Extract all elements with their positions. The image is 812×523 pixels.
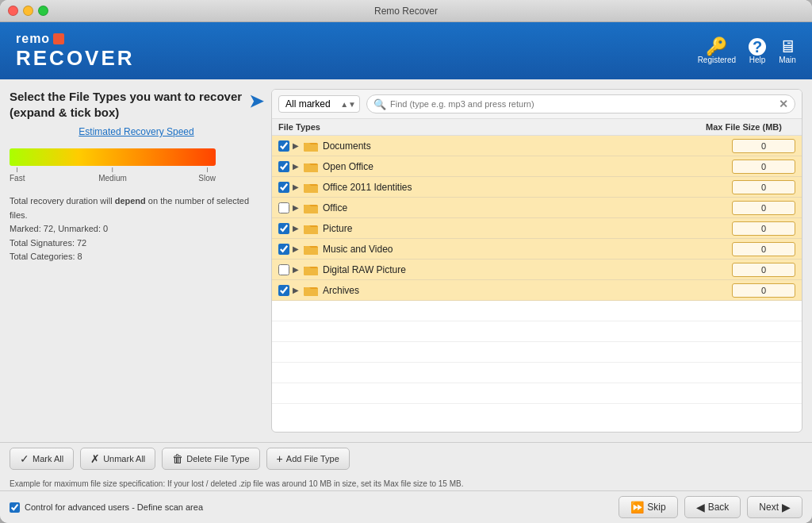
search-input[interactable] [390, 99, 775, 109]
filter-dropdown[interactable]: All marked All None marked [278, 95, 360, 113]
row-name-5: Music and Video [323, 244, 729, 255]
stats-marked: Marked: 72, Unmarked: 0 [10, 222, 263, 237]
footer-bar: Example for maximum file size specificat… [0, 475, 812, 490]
folder-icon-4 [304, 223, 318, 234]
row-name-4: Picture [323, 223, 729, 234]
expand-icon-1[interactable]: ▶ [293, 162, 304, 171]
back-button[interactable]: ◀ Back [684, 496, 741, 518]
row-name-6: Digital RAW Picture [323, 264, 729, 275]
arrow-right-icon: ➤ [249, 90, 263, 113]
expand-icon-3[interactable]: ▶ [293, 203, 304, 212]
col-header-file-types: File Types [278, 122, 692, 132]
stats-categories: Total Categories: 8 [10, 250, 263, 264]
main-label: Main [779, 56, 796, 64]
table-row: ▶ Picture [272, 218, 802, 239]
registered-label: Registered [698, 56, 736, 64]
checkmark-icon: ✓ [20, 452, 29, 465]
skip-icon: ⏩ [630, 501, 644, 513]
header-actions: 🔑 Registered ? Help 🖥 Main [698, 38, 796, 64]
minimize-button[interactable] [23, 6, 33, 16]
control-checkbox[interactable] [10, 502, 20, 513]
stats-area: Total recovery duration will depend on t… [10, 194, 263, 264]
logo-remo: remo [16, 32, 135, 46]
row-size-input-5[interactable] [732, 242, 795, 256]
help-button[interactable]: ? Help [749, 38, 766, 64]
add-file-type-button[interactable]: + Add File Type [266, 448, 350, 470]
main-icon: 🖥 [779, 38, 796, 56]
help-label: Help [749, 56, 766, 64]
stats-signatures: Total Signatures: 72 [10, 237, 263, 251]
row-size-input-2[interactable] [732, 180, 795, 194]
mark-all-button[interactable]: ✓ Mark All [10, 448, 74, 470]
table-row: ▶ Documents [272, 136, 802, 156]
expand-icon-4[interactable]: ▶ [293, 224, 304, 233]
registered-button[interactable]: 🔑 Registered [698, 38, 736, 64]
folder-icon-6 [304, 264, 318, 275]
row-checkbox-6[interactable] [278, 264, 289, 275]
row-size-input-7[interactable] [732, 283, 795, 298]
table-row: ▶ Office [272, 198, 802, 218]
expand-icon-7[interactable]: ▶ [293, 286, 304, 294]
skip-button[interactable]: ⏩ Skip [619, 496, 677, 518]
empty-row [272, 342, 802, 363]
row-size-input-6[interactable] [732, 263, 795, 277]
table-body: ▶ Documents ▶ Open Office ▶ [272, 136, 802, 432]
row-name-2: Office 2011 Identities [323, 182, 729, 193]
row-size-input-3[interactable] [732, 201, 795, 215]
estimated-recovery-speed[interactable]: Estimated Recovery Speed [10, 126, 263, 137]
row-checkbox-5[interactable] [278, 244, 289, 255]
right-panel: All marked All None marked ▲▼ 🔍 ✕ File T… [271, 89, 802, 433]
col-header-max-size: Max File Size (MB) [692, 122, 795, 132]
row-checkbox-7[interactable] [278, 285, 289, 296]
row-checkbox-0[interactable] [278, 140, 289, 152]
window-controls [8, 6, 48, 16]
help-icon: ? [749, 38, 766, 56]
next-icon: ▶ [782, 501, 791, 513]
tick-slow [207, 167, 208, 172]
table-header: File Types Max File Size (MB) [272, 119, 802, 136]
unmark-all-button[interactable]: ✗ Unmark All [80, 448, 155, 470]
skip-label: Skip [647, 502, 665, 513]
logo-recover: RECOVER [16, 46, 135, 71]
maximize-button[interactable] [38, 6, 48, 16]
table-row: ▶ Digital RAW Picture [272, 260, 802, 280]
expand-icon-2[interactable]: ▶ [293, 183, 304, 191]
folder-icon-3 [304, 202, 318, 213]
bottom-buttons: ✓ Mark All ✗ Unmark All 🗑 Delete File Ty… [0, 442, 812, 475]
row-checkbox-1[interactable] [278, 161, 289, 172]
window-title: Remo Recover [8, 6, 804, 17]
unmark-all-label: Unmark All [103, 454, 145, 463]
folder-icon-2 [304, 182, 318, 193]
next-label: Next [759, 502, 779, 513]
close-button[interactable] [8, 6, 18, 16]
tick-medium [112, 167, 113, 172]
expand-icon-6[interactable]: ▶ [293, 265, 304, 274]
cross-icon: ✗ [90, 452, 100, 465]
main-button[interactable]: 🖥 Main [779, 38, 796, 64]
row-checkbox-3[interactable] [278, 202, 289, 213]
row-name-3: Office [323, 202, 729, 213]
back-icon: ◀ [696, 501, 705, 513]
next-button[interactable]: Next ▶ [747, 496, 802, 518]
empty-row [272, 301, 802, 321]
key-icon: 🔑 [706, 38, 727, 56]
label-slow: Slow [198, 174, 216, 183]
expand-icon-0[interactable]: ▶ [293, 141, 304, 150]
stats-line1: Total recovery duration will depend on t… [10, 194, 263, 222]
search-clear-icon[interactable]: ✕ [779, 98, 788, 110]
bottom-bar: Control for advanced users - Define scan… [0, 490, 812, 523]
row-checkbox-4[interactable] [278, 223, 289, 234]
row-size-input-4[interactable] [732, 221, 795, 236]
row-checkbox-2[interactable] [278, 182, 289, 193]
dropdown-wrapper: All marked All None marked ▲▼ [278, 95, 360, 113]
expand-icon-5[interactable]: ▶ [293, 244, 304, 253]
main-window: Remo Recover remo RECOVER 🔑 Registered ?… [0, 0, 812, 523]
row-size-input-1[interactable] [732, 160, 795, 174]
table-row: ▶ Music and Video [272, 239, 802, 260]
right-panel-header: All marked All None marked ▲▼ 🔍 ✕ [272, 90, 802, 119]
folder-icon-0 [304, 140, 318, 152]
label-fast: Fast [10, 174, 25, 183]
row-size-input-0[interactable] [732, 139, 795, 153]
delete-file-type-button[interactable]: 🗑 Delete File Type [162, 448, 259, 470]
select-title-area: Select the File Types you want to recove… [10, 89, 263, 120]
